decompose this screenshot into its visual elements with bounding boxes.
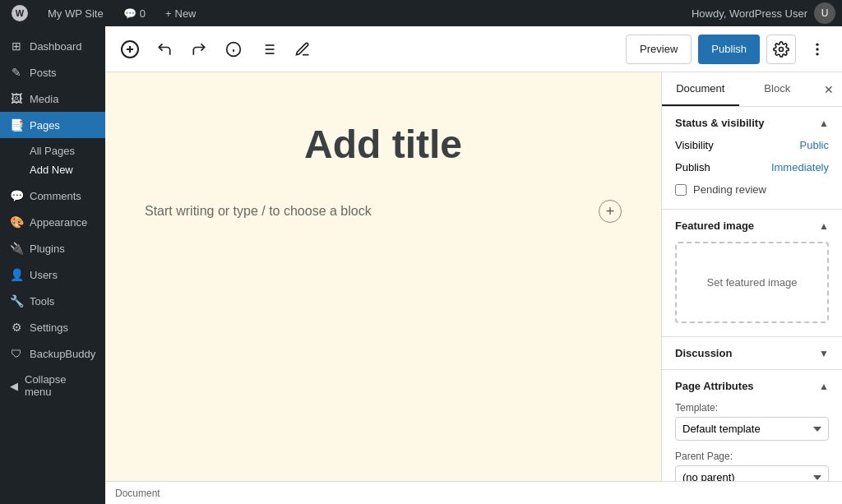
featured-image-header[interactable]: Featured image ▲ bbox=[662, 210, 842, 242]
pages-submenu: All Pages Add New bbox=[0, 138, 105, 183]
sidebar-item-dashboard[interactable]: ⊞ Dashboard bbox=[0, 33, 105, 59]
status-visibility-title: Status & visibility bbox=[675, 117, 764, 129]
collapse-icon: ◀ bbox=[10, 380, 18, 392]
page-title-field[interactable]: Add title bbox=[145, 122, 622, 167]
template-label: Template: bbox=[675, 402, 829, 414]
content-placeholder-text: Start writing or type / to choose a bloc… bbox=[145, 204, 372, 219]
visibility-value[interactable]: Public bbox=[800, 139, 829, 151]
wp-logo-link[interactable]: W bbox=[7, 0, 33, 26]
discussion-section: Discussion ▼ bbox=[662, 337, 842, 370]
new-content-link[interactable]: + New bbox=[160, 0, 201, 26]
publish-button[interactable]: Publish bbox=[698, 35, 760, 64]
sidebar-item-users[interactable]: 👤 Users bbox=[0, 261, 105, 288]
all-pages-link[interactable]: All Pages bbox=[23, 141, 105, 160]
parent-page-select[interactable]: (no parent) bbox=[675, 465, 829, 481]
main-layout: ⊞ Dashboard ✎ Posts 🖼 Media 📑 Pages All … bbox=[0, 26, 842, 504]
template-row: Template: Default template Full Width Te… bbox=[675, 402, 829, 441]
sidebar-item-plugins[interactable]: 🔌 Plugins bbox=[0, 235, 105, 261]
sidebar-item-label: Dashboard bbox=[30, 40, 82, 53]
parent-page-label: Parent Page: bbox=[675, 451, 829, 462]
media-icon: 🖼 bbox=[10, 92, 23, 105]
sidebar-item-label: Plugins bbox=[30, 243, 65, 255]
sidebar-item-posts[interactable]: ✎ Posts bbox=[0, 59, 105, 86]
plugins-icon: 🔌 bbox=[10, 242, 23, 255]
publish-value[interactable]: Immediately bbox=[771, 161, 829, 173]
admin-bar: W My WP Site 💬 0 + New Howdy, WordPress … bbox=[0, 0, 842, 26]
tab-document[interactable]: Document bbox=[662, 72, 739, 106]
sidebar-item-label: Settings bbox=[30, 321, 68, 334]
status-visibility-header[interactable]: Status & visibility ▲ bbox=[662, 107, 842, 139]
site-name-link[interactable]: My WP Site bbox=[43, 0, 109, 26]
backupbuddy-icon: 🛡 bbox=[10, 347, 23, 360]
tools-button[interactable] bbox=[288, 35, 317, 64]
toolbar-right: Preview Publish bbox=[626, 35, 832, 64]
preview-button[interactable]: Preview bbox=[626, 35, 692, 64]
undo-button[interactable] bbox=[150, 35, 179, 64]
page-attributes-body: Template: Default template Full Width Te… bbox=[662, 402, 842, 481]
comments-count: 0 bbox=[140, 7, 146, 20]
page-attributes-section: Page Attributes ▲ Template: Default temp… bbox=[662, 370, 842, 481]
editor-settings-button[interactable] bbox=[766, 35, 796, 64]
comment-icon: 💬 bbox=[123, 7, 136, 20]
sidebar-item-pages[interactable]: 📑 Pages bbox=[0, 112, 105, 138]
chevron-up-icon-pa: ▲ bbox=[819, 381, 829, 392]
set-featured-image-button[interactable]: Set featured image bbox=[675, 242, 829, 323]
collapse-label: Collapse menu bbox=[25, 373, 95, 398]
toolbar-left bbox=[115, 35, 619, 64]
pending-review-row: Pending review bbox=[675, 183, 829, 196]
editor-container: Preview Publish Add title Start writing … bbox=[105, 26, 842, 504]
settings-icon: ⚙ bbox=[10, 321, 23, 334]
panel-close-button[interactable]: ✕ bbox=[816, 76, 842, 103]
pending-review-checkbox[interactable] bbox=[675, 184, 687, 196]
chevron-up-icon: ▲ bbox=[819, 118, 829, 129]
sidebar: ⊞ Dashboard ✎ Posts 🖼 Media 📑 Pages All … bbox=[0, 26, 105, 504]
collapse-menu-button[interactable]: ◀ Collapse menu bbox=[0, 367, 105, 405]
editor-toolbar: Preview Publish bbox=[105, 26, 842, 72]
page-attributes-header[interactable]: Page Attributes ▲ bbox=[662, 370, 842, 402]
status-visibility-section: Status & visibility ▲ Visibility Public … bbox=[662, 107, 842, 210]
sidebar-item-label: Media bbox=[30, 93, 58, 105]
svg-point-12 bbox=[780, 47, 784, 51]
publish-label: Publish bbox=[675, 161, 710, 173]
sidebar-item-label: Posts bbox=[30, 67, 57, 79]
sidebar-item-backupbuddy[interactable]: 🛡 BackupBuddy bbox=[0, 340, 105, 367]
sidebar-item-label: Tools bbox=[30, 295, 54, 307]
dashboard-icon: ⊞ bbox=[10, 39, 23, 53]
add-block-toolbar-button[interactable] bbox=[115, 35, 145, 64]
discussion-title: Discussion bbox=[675, 347, 732, 359]
list-view-button[interactable] bbox=[253, 35, 283, 64]
publish-row: Publish Immediately bbox=[675, 161, 829, 173]
info-button[interactable] bbox=[219, 35, 248, 64]
wp-logo-icon: W bbox=[12, 5, 28, 21]
panel-tabs: Document Block ✕ bbox=[662, 72, 842, 107]
editor-footer: Document bbox=[105, 481, 842, 504]
comments-link[interactable]: 💬 0 bbox=[118, 0, 150, 26]
sidebar-item-appearance[interactable]: 🎨 Appearance bbox=[0, 209, 105, 235]
comments-icon: 💬 bbox=[10, 189, 23, 202]
sidebar-item-tools[interactable]: 🔧 Tools bbox=[0, 288, 105, 314]
add-block-inline-button[interactable]: + bbox=[599, 200, 622, 223]
admin-bar-left: W My WP Site 💬 0 + New bbox=[7, 0, 682, 26]
sidebar-item-media[interactable]: 🖼 Media bbox=[0, 86, 105, 112]
pages-icon: 📑 bbox=[10, 118, 23, 132]
admin-bar-right: Howdy, WordPress User U bbox=[692, 2, 835, 24]
template-select[interactable]: Default template Full Width Template bbox=[675, 417, 829, 441]
discussion-header[interactable]: Discussion ▼ bbox=[662, 337, 842, 369]
svg-point-15 bbox=[816, 53, 818, 55]
tab-block[interactable]: Block bbox=[739, 72, 817, 106]
page-attributes-title: Page Attributes bbox=[675, 380, 754, 392]
avatar[interactable]: U bbox=[814, 2, 835, 24]
right-panel: Document Block ✕ Status & visibility ▲ V… bbox=[661, 72, 842, 481]
sidebar-item-settings[interactable]: ⚙ Settings bbox=[0, 314, 105, 340]
add-new-link[interactable]: Add New bbox=[23, 160, 105, 179]
sidebar-item-label: BackupBuddy bbox=[30, 348, 95, 360]
users-icon: 👤 bbox=[10, 268, 23, 281]
more-options-button[interactable] bbox=[803, 35, 832, 64]
tools-icon: 🔧 bbox=[10, 294, 23, 307]
new-label: New bbox=[175, 7, 197, 20]
redo-button[interactable] bbox=[184, 35, 214, 64]
status-visibility-body: Visibility Public Publish Immediately Pe… bbox=[662, 139, 842, 209]
content-area[interactable]: Start writing or type / to choose a bloc… bbox=[145, 200, 622, 223]
editor-canvas[interactable]: Add title Start writing or type / to cho… bbox=[105, 72, 661, 481]
sidebar-item-comments[interactable]: 💬 Comments bbox=[0, 183, 105, 209]
